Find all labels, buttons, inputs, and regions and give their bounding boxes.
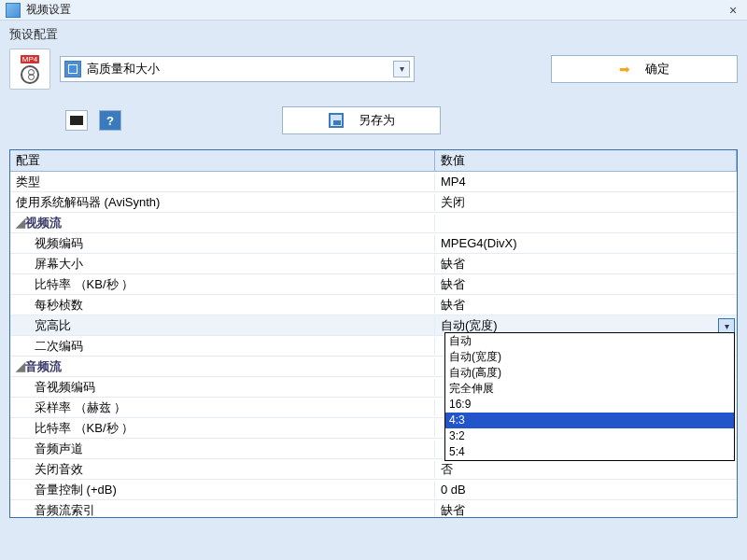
row-name: 关闭音效	[10, 461, 435, 478]
row-name: ◢音频流	[10, 358, 435, 375]
row-value[interactable]: 缺省	[435, 256, 737, 273]
row-name: 二次编码	[10, 338, 435, 355]
row-name: ◢视频流	[10, 215, 435, 231]
row-name: 宽高比	[10, 317, 435, 334]
row-value[interactable]: 否	[435, 461, 737, 478]
film-icon	[64, 61, 81, 77]
grid-row: ◢视频流	[10, 213, 737, 233]
row-value[interactable]: MP4	[435, 175, 737, 189]
row-name: 每秒桢数	[10, 297, 435, 314]
chevron-down-icon[interactable]: ▾	[393, 61, 410, 77]
row-value[interactable]: 缺省	[435, 297, 737, 314]
floppy-icon	[329, 113, 344, 128]
row-name: 比特率 （KB/秒 ）	[10, 420, 435, 437]
grid-row[interactable]: 使用系统解码器 (AviSynth)关闭	[10, 192, 737, 213]
preset-selected-text: 高质量和大小	[87, 61, 160, 77]
grid-row[interactable]: 关闭音效否	[10, 459, 737, 480]
col-header-value: 数值	[435, 150, 737, 171]
grid-row[interactable]: 每秒桢数缺省	[10, 295, 737, 315]
titlebar: 视频设置 ×	[0, 0, 747, 21]
ok-button-label: 确定	[645, 61, 669, 77]
row-value[interactable]: 缺省	[435, 502, 737, 519]
row-name: 音视频编码	[10, 379, 435, 396]
col-header-name: 配置	[10, 150, 435, 171]
dropdown-option[interactable]: 完全伸展	[445, 381, 734, 397]
grid-row[interactable]: 比特率 （KB/秒 ）缺省	[10, 274, 737, 295]
save-as-label: 另存为	[359, 112, 395, 129]
aspect-ratio-dropdown[interactable]: 自动自动(宽度)自动(高度)完全伸展16:94:33:25:4	[444, 332, 735, 461]
row-name: 音量控制 (+dB)	[10, 482, 435, 498]
console-button[interactable]	[65, 110, 88, 131]
row-value[interactable]: 缺省	[435, 276, 737, 293]
grid-row[interactable]: 音频流索引缺省	[10, 500, 737, 518]
row-value[interactable]: 自动(宽度)▾	[435, 317, 737, 334]
grid-row[interactable]: 视频编码MPEG4(DivX)	[10, 233, 737, 254]
preset-select[interactable]: 高质量和大小 ▾	[60, 56, 415, 82]
arrow-right-icon: ➡	[619, 62, 630, 77]
console-icon	[70, 116, 83, 125]
row-name: 音频流索引	[10, 502, 435, 519]
ok-button[interactable]: ➡ 确定	[551, 55, 738, 83]
dropdown-option[interactable]: 自动(高度)	[445, 365, 734, 381]
row-value[interactable]: 0 dB	[435, 483, 737, 497]
dropdown-option[interactable]: 5:4	[445, 444, 734, 460]
dropdown-option[interactable]: 4:3	[445, 413, 734, 428]
dropdown-option[interactable]: 自动(宽度)	[445, 349, 734, 365]
dropdown-option[interactable]: 3:2	[445, 428, 734, 444]
row-value[interactable]: 关闭	[435, 194, 737, 211]
row-name: 比特率 （KB/秒 ）	[10, 276, 435, 293]
row-name: 视频编码	[10, 235, 435, 252]
preset-panel: 预设配置 MP4 高质量和大小 ▾ ➡ 确定 ? 另存为	[0, 21, 747, 144]
grid-row[interactable]: 音量控制 (+dB)0 dB	[10, 480, 737, 500]
row-name: 音频声道	[10, 441, 435, 457]
app-icon	[6, 3, 21, 18]
save-as-button[interactable]: 另存为	[282, 106, 441, 134]
expand-icon[interactable]: ◢	[16, 216, 25, 230]
grid-header: 配置 数值	[10, 150, 737, 172]
preset-label: 预设配置	[9, 26, 738, 43]
dropdown-option[interactable]: 自动	[445, 333, 734, 349]
row-name: 屏幕大小	[10, 256, 435, 273]
expand-icon[interactable]: ◢	[16, 359, 25, 373]
help-button[interactable]: ?	[99, 110, 121, 131]
row-name: 类型	[10, 174, 435, 190]
grid-row[interactable]: 类型MP4	[10, 172, 737, 192]
row-value[interactable]: MPEG4(DivX)	[435, 236, 737, 250]
settings-grid: 配置 数值 类型MP4使用系统解码器 (AviSynth)关闭◢视频流视频编码M…	[9, 149, 738, 518]
close-icon[interactable]: ×	[725, 3, 741, 18]
row-name: 使用系统解码器 (AviSynth)	[10, 194, 435, 211]
mp4-format-icon: MP4	[9, 49, 50, 90]
grid-row[interactable]: 屏幕大小缺省	[10, 254, 737, 274]
dropdown-option[interactable]: 16:9	[445, 397, 734, 413]
row-name: 采样率 （赫兹 ）	[10, 399, 435, 416]
window-title: 视频设置	[26, 2, 725, 18]
